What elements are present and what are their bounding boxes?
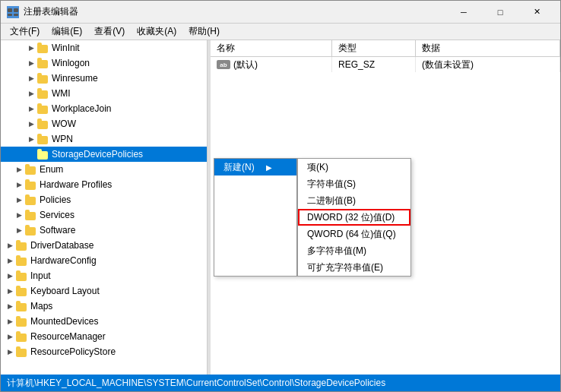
window-controls: ─ □ ✕ (446, 1, 554, 24)
tree-item-software[interactable]: Software (1, 223, 207, 238)
app-window: 注册表编辑器 ─ □ ✕ 文件(F) 编辑(E) 查看(V) 收藏夹(A) 帮助… (0, 0, 561, 392)
tree-arrow (13, 224, 25, 236)
tree-arrow (4, 285, 16, 297)
tree-item-policies[interactable]: Policies (1, 192, 207, 207)
tree-item-hardware-profiles[interactable]: Hardware Profiles (1, 177, 207, 192)
menubar: 文件(F) 编辑(E) 查看(V) 收藏夹(A) 帮助(H) (1, 24, 560, 40)
tree-arrow (25, 87, 37, 100)
tree-item-wpn[interactable]: WPN (1, 131, 207, 147)
tree-arrow (13, 179, 25, 191)
menu-file[interactable]: 文件(F) (4, 24, 46, 40)
folder-icon (37, 149, 49, 160)
tree-label: Keyboard Layout (30, 286, 100, 296)
folder-icon (37, 43, 49, 53)
svg-rect-3 (14, 14, 18, 16)
tree-arrow (13, 194, 25, 206)
tree-label: Winlogon (52, 58, 90, 68)
tree-item-wmi[interactable]: WMI (1, 86, 207, 101)
cell-name: ab (默认) (211, 57, 332, 72)
folder-icon (25, 179, 37, 190)
table-row[interactable]: ab (默认) REG_SZ (数值未设置) (211, 57, 560, 72)
svg-rect-0 (8, 8, 12, 12)
tree-item-maps[interactable]: Maps (1, 299, 207, 314)
tree-item-resourcepolicystore[interactable]: ResourcePolicyStore (1, 344, 207, 359)
tree-label: WinInit (52, 43, 80, 53)
app-icon (7, 6, 19, 18)
tree-arrow (4, 239, 16, 251)
tree-item-mounteddevices[interactable]: MountedDevices (1, 314, 207, 329)
menu-favorites[interactable]: 收藏夹(A) (131, 24, 182, 40)
tree-label: Software (40, 225, 75, 236)
menu-edit[interactable]: 编辑(E) (46, 24, 88, 40)
tree-item-keyboard-layout[interactable]: Keyboard Layout (1, 283, 207, 299)
maximize-button[interactable]: □ (483, 1, 518, 24)
tree-item-wow[interactable]: WOW (1, 116, 207, 131)
tree-arrow (25, 103, 37, 115)
tree-label: StorageDevicePolicies (52, 149, 143, 160)
tree-item-storagedevicepolicies[interactable]: StorageDevicePolicies (1, 147, 207, 162)
titlebar: 注册表编辑器 ─ □ ✕ (1, 1, 560, 24)
folder-icon (16, 331, 28, 342)
tree-item-wininit[interactable]: WinInit (1, 40, 207, 55)
tree-item-input[interactable]: Input (1, 268, 207, 283)
submenu-item-string[interactable]: 字符串值(S) (298, 175, 410, 192)
folder-icon (37, 58, 49, 68)
tree-arrow (4, 330, 16, 343)
submenu-item-key[interactable]: 项(K) (298, 159, 410, 175)
svg-rect-2 (8, 14, 12, 16)
tree-arrow (13, 163, 25, 175)
menu-item-new[interactable]: 新建(N) ▶ (214, 159, 296, 175)
tree-item-resourcemanager[interactable]: ResourceManager (1, 329, 207, 344)
minimize-button[interactable]: ─ (446, 1, 481, 24)
tree-item-winlogon[interactable]: Winlogon (1, 55, 207, 71)
column-header-data: 数据 (416, 40, 560, 56)
svg-rect-1 (14, 8, 18, 12)
tree-label: DriverDatabase (30, 240, 94, 251)
folder-icon (16, 255, 28, 266)
tree-item-hardwareconfig[interactable]: HardwareConfig (1, 253, 207, 268)
tree-arrow (25, 57, 37, 69)
tree-item-winresume[interactable]: Winresume (1, 71, 207, 86)
tree-panel[interactable]: WinInit Winlogon Winresume WMI (1, 40, 208, 375)
tree-label: ResourcePolicyStore (30, 346, 116, 357)
tree-item-workplacejoin[interactable]: WorkplaceJoin (1, 101, 207, 116)
folder-icon (16, 316, 28, 327)
folder-icon (37, 103, 49, 114)
tree-arrow (25, 118, 37, 130)
tree-arrow (25, 133, 37, 145)
submenu-item-qword[interactable]: QWORD (64 位)值(Q) (298, 226, 410, 242)
statusbar-path: 计算机\HKEY_LOCAL_MACHINE\SYSTEM\CurrentCon… (7, 377, 385, 390)
cell-type: REG_SZ (332, 57, 416, 72)
submenu-arrow: ▶ (266, 163, 272, 172)
folder-icon (37, 134, 49, 144)
tree-arrow (4, 346, 16, 358)
folder-icon (37, 119, 49, 129)
tree-arrow (4, 270, 16, 282)
close-button[interactable]: ✕ (519, 1, 554, 24)
tree-label: Policies (40, 194, 71, 205)
submenu-item-dword[interactable]: DWORD (32 位)值(D) (298, 209, 410, 226)
table-header: 名称 类型 数据 (211, 40, 560, 57)
column-header-type: 类型 (332, 40, 416, 56)
submenu-item-multistring[interactable]: 多字符串值(M) (298, 242, 410, 259)
tree-item-driverdatabase[interactable]: DriverDatabase (1, 238, 207, 253)
folder-icon (16, 301, 28, 311)
tree-item-services[interactable]: Services (1, 207, 207, 223)
tree-label: Input (30, 270, 51, 281)
ab-icon: ab (217, 60, 230, 69)
folder-icon (25, 210, 37, 220)
context-menu-container: 新建(N) ▶ 项(K) 字符串值(S) 二进制值(B) DWORD (32 位… (214, 158, 411, 277)
tree-arrow (4, 300, 16, 312)
menu-help[interactable]: 帮助(H) (182, 24, 226, 40)
submenu-item-binary[interactable]: 二进制值(B) (298, 192, 410, 209)
folder-icon (16, 270, 28, 281)
tree-item-enum[interactable]: Enum (1, 162, 207, 177)
folder-icon (16, 240, 28, 251)
folder-icon (25, 164, 37, 175)
submenu-item-expandstring[interactable]: 可扩充字符串值(E) (298, 259, 410, 276)
tree-label: Services (40, 210, 74, 220)
menu-item-new-label: 新建(N) (223, 161, 255, 174)
tree-label: Enum (40, 164, 63, 175)
tree-label: WOW (52, 119, 76, 129)
menu-view[interactable]: 查看(V) (88, 24, 131, 40)
